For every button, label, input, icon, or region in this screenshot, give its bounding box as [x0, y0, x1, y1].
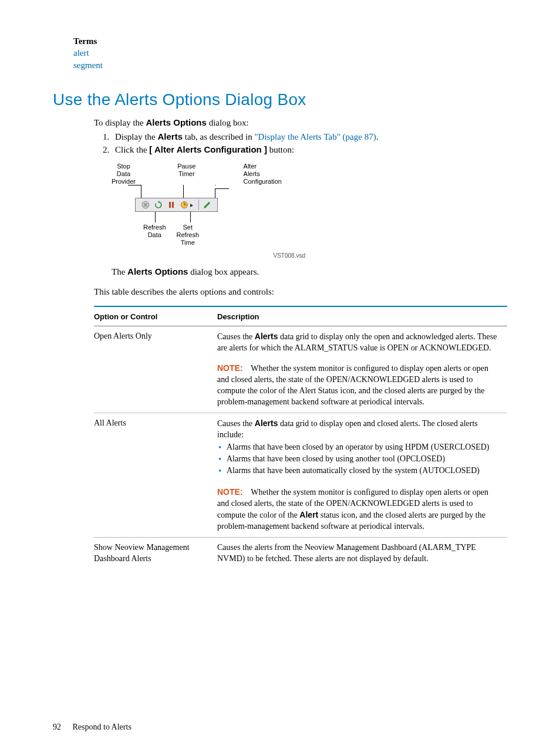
- fig-label-stop: Stop Data Provider: [112, 163, 136, 185]
- r1-pre: Causes the: [217, 419, 255, 428]
- table-row: All Alerts Causes the Alerts data grid t…: [94, 413, 507, 482]
- svg-rect-5: [172, 202, 174, 208]
- lead-prefix: To display the: [94, 118, 146, 127]
- table-row: Open Alerts Only Causes the Alerts data …: [94, 326, 507, 358]
- svg-marker-9: [190, 204, 193, 207]
- terms-block: Terms alert segment: [73, 35, 507, 71]
- table-row: Show Neoview Management Dashboard Alerts…: [94, 538, 507, 569]
- timer-icon: [179, 200, 195, 210]
- bullet-item: Alarms that have been automatically clos…: [217, 465, 501, 477]
- desc-all-alerts: Causes the Alerts data grid to display o…: [217, 413, 507, 482]
- options-table: Option or Control Description Open Alert…: [94, 306, 507, 569]
- r1-bold: Alerts: [255, 418, 278, 428]
- toolbar-divider: [198, 200, 199, 210]
- desc-open-alerts: Causes the Alerts data grid to display o…: [217, 326, 507, 358]
- opt-all-alerts: All Alerts: [94, 413, 217, 482]
- lead-in-text: To display the Alerts Options dialog box…: [94, 117, 507, 129]
- step1-bold: Alerts: [158, 131, 183, 141]
- figure-caption: VST008.vsd: [117, 252, 305, 260]
- opt-open-alerts: Open Alerts Only: [94, 326, 217, 358]
- bullet-item: Alarms that have been closed by an opera…: [217, 442, 501, 453]
- after-prefix: The: [112, 267, 127, 276]
- page-number: 92: [53, 722, 70, 733]
- refresh-icon: [153, 200, 164, 210]
- pause-icon: [166, 200, 177, 210]
- after-suffix: dialog box appears.: [188, 267, 259, 276]
- th-option: Option or Control: [94, 306, 217, 326]
- th-description: Description: [217, 306, 507, 326]
- stop-icon: [140, 200, 151, 210]
- table-row: NOTE: Whether the system monitor is conf…: [94, 358, 507, 413]
- note-label: NOTE:: [217, 487, 243, 497]
- after-figure-text: The Alerts Options dialog box appears.: [112, 266, 507, 278]
- r0-note: Whether the system monitor is configured…: [217, 364, 488, 406]
- all-alerts-bullets: Alarms that have been closed by an opera…: [217, 442, 501, 477]
- fig-label-alter: Alter Alerts Configuration: [244, 163, 282, 185]
- fig-label-refresh: Refresh Data: [143, 224, 166, 246]
- step1-suffix: .: [376, 132, 379, 141]
- svg-marker-10: [204, 202, 210, 208]
- term-link-segment[interactable]: segment: [73, 59, 507, 71]
- fig-label-pause: Pause Timer: [177, 163, 195, 185]
- steps-list: Display the Alerts tab, as described in …: [94, 131, 507, 156]
- r0-pre: Causes the: [217, 332, 255, 341]
- note-all-alerts: NOTE: Whether the system monitor is conf…: [217, 482, 507, 537]
- table-intro: This table describes the alerts options …: [94, 286, 507, 298]
- lead-bold: Alerts Options: [146, 117, 207, 127]
- svg-rect-4: [169, 202, 171, 208]
- toolbar: [135, 198, 218, 212]
- after-bold: Alerts Options: [127, 266, 188, 276]
- bullet-item: Alarms that have been closed by using an…: [217, 454, 501, 465]
- svg-marker-3: [158, 201, 160, 203]
- desc-show-neoview: Causes the alerts from the Neoview Manag…: [217, 538, 507, 569]
- step1-link[interactable]: "Display the Alerts Tab" (page 87): [255, 132, 376, 141]
- step-1: Display the Alerts tab, as described in …: [112, 131, 507, 143]
- step2-prefix: Click the: [115, 145, 149, 154]
- table-row: NOTE: Whether the system monitor is conf…: [94, 482, 507, 537]
- step2-suffix: button:: [267, 145, 294, 154]
- r0-bold: Alerts: [255, 332, 278, 341]
- footer-title: Respond to Alerts: [73, 723, 131, 731]
- toolbar-figure: Stop Data Provider Pause Timer Alter Ale…: [117, 163, 507, 259]
- opt-show-neoview: Show Neoview Management Dashboard Alerts: [94, 538, 217, 569]
- note-label: NOTE:: [217, 363, 243, 373]
- step1-mid: tab, as described in: [183, 132, 254, 141]
- fig-label-set: Set Refresh Time: [177, 224, 200, 246]
- step2-bold: [ Alter Alerts Configuration ]: [149, 144, 267, 154]
- page-footer: 92 Respond to Alerts: [53, 722, 507, 733]
- step1-prefix: Display the: [115, 132, 158, 141]
- terms-heading: Terms: [73, 35, 507, 47]
- term-link-alert[interactable]: alert: [73, 47, 507, 59]
- section-heading: Use the Alerts Options Dialog Box: [53, 89, 507, 111]
- r1-note-bold: Alert: [299, 510, 318, 519]
- lead-suffix: dialog box:: [207, 118, 249, 127]
- step-2: Click the [ Alter Alerts Configuration ]…: [112, 144, 507, 156]
- note-open-alerts: NOTE: Whether the system monitor is conf…: [217, 358, 507, 413]
- pencil-icon: [202, 200, 212, 210]
